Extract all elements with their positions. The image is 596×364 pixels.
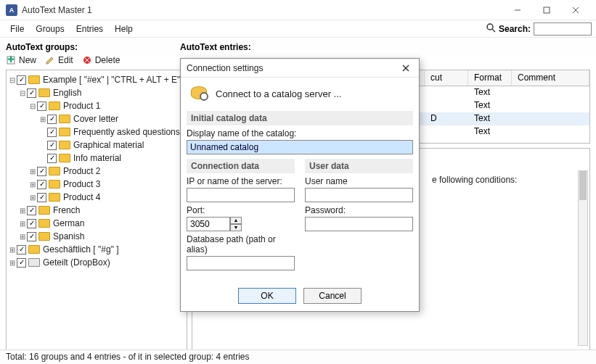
scrollbar-thumb[interactable] — [579, 171, 587, 200]
checkbox[interactable] — [37, 102, 46, 111]
window-title: AutoText Master 1 — [22, 5, 503, 15]
checkbox[interactable] — [47, 115, 57, 124]
ok-button[interactable]: OK — [238, 288, 296, 304]
close-icon[interactable] — [399, 61, 413, 75]
port-input[interactable] — [187, 217, 230, 231]
edit-button[interactable]: Edit — [45, 55, 73, 65]
tree-example[interactable]: Example [ "#ex" | "CTRL + ALT + E" ] — [43, 75, 185, 85]
expand-icon[interactable]: ⊞ — [28, 167, 37, 175]
folder-icon — [49, 180, 60, 189]
expand-icon[interactable]: ⊞ — [28, 181, 37, 189]
checkbox[interactable] — [47, 154, 57, 163]
menu-entries[interactable]: Entries — [70, 22, 109, 36]
folder-icon — [49, 167, 60, 175]
checkbox[interactable] — [47, 141, 57, 150]
folder-icon — [59, 141, 70, 149]
checkbox[interactable] — [17, 75, 26, 85]
menu-groups[interactable]: Groups — [30, 22, 70, 36]
ip-label: IP or name of the server: — [187, 176, 295, 186]
menu-file[interactable]: File — [4, 22, 30, 36]
folder-icon — [59, 154, 70, 162]
expand-icon[interactable]: ⊞ — [18, 220, 27, 228]
tree-product1[interactable]: Product 1 — [63, 101, 100, 111]
checkbox[interactable] — [17, 258, 26, 268]
tree-product3[interactable]: Product 3 — [63, 179, 100, 189]
col-comment[interactable]: Comment — [512, 70, 589, 86]
username-label: User name — [305, 176, 413, 186]
checkbox[interactable] — [17, 245, 26, 255]
tree-product2[interactable]: Product 2 — [63, 166, 100, 176]
checkbox[interactable] — [37, 180, 46, 189]
tree-faq[interactable]: Frequently asked questions — [73, 127, 180, 137]
checkbox[interactable] — [47, 128, 57, 137]
expand-icon[interactable]: ⊟ — [28, 102, 37, 110]
close-button[interactable] — [561, 0, 590, 20]
spin-up-icon[interactable]: ▲ — [230, 217, 242, 224]
menu-help[interactable]: Help — [109, 22, 139, 36]
folder-icon — [49, 193, 60, 202]
folder-icon — [59, 115, 70, 123]
tree-product4[interactable]: Product 4 — [63, 192, 100, 202]
db-path-input[interactable] — [187, 256, 295, 270]
maximize-button[interactable] — [532, 0, 561, 20]
ip-input[interactable] — [187, 188, 295, 202]
search-input[interactable] — [534, 22, 592, 36]
port-stepper[interactable]: ▲▼ — [187, 217, 295, 231]
group-connection: Connection data — [187, 159, 295, 173]
checkbox[interactable] — [27, 88, 36, 98]
tree-german[interactable]: German — [53, 218, 84, 228]
username-input[interactable] — [305, 188, 413, 202]
expand-icon[interactable]: ⊞ — [8, 259, 17, 267]
window-titlebar: A AutoText Master 1 — [0, 0, 596, 20]
tree-geteilt[interactable]: Geteilt (DropBox) — [43, 257, 110, 268]
expand-icon[interactable]: ⊞ — [8, 246, 17, 254]
search-label: Search: — [499, 24, 531, 34]
scrollbar[interactable] — [578, 170, 588, 346]
folder-icon — [38, 232, 50, 241]
expand-icon[interactable]: ⊟ — [8, 76, 17, 84]
checkbox[interactable] — [27, 206, 36, 215]
checkbox[interactable] — [27, 219, 36, 228]
groups-heading: AutoText groups: — [6, 42, 180, 52]
checkbox[interactable] — [37, 167, 46, 176]
status-bar: Total: 16 groups and 4 entries - of it i… — [0, 349, 596, 364]
groups-tree[interactable]: ⊟Example [ "#ex" | "CTRL + ALT + E" ] ⊟E… — [6, 70, 187, 352]
menu-bar: File Groups Entries Help Search: — [0, 20, 596, 38]
expand-icon[interactable]: ⊟ — [18, 89, 27, 97]
cancel-button[interactable]: Cancel — [303, 288, 362, 304]
display-name-input[interactable] — [187, 140, 413, 154]
new-button[interactable]: ✚New — [6, 55, 36, 65]
group-initial-catalog: Initial catalog data — [187, 111, 413, 125]
tree-spanish[interactable]: Spanish — [53, 231, 84, 241]
tree-english[interactable]: English — [53, 88, 81, 98]
tree-french[interactable]: French — [53, 205, 80, 215]
spin-down-icon[interactable]: ▼ — [230, 224, 242, 231]
minimize-button[interactable] — [503, 0, 532, 20]
expand-icon[interactable]: ⊞ — [18, 207, 27, 215]
folder-icon — [59, 128, 70, 136]
col-shortcut[interactable]: cut — [425, 70, 468, 86]
folder-icon — [38, 206, 50, 215]
expand-icon[interactable]: ⊞ — [18, 233, 27, 241]
tree-graph[interactable]: Graphical material — [73, 140, 144, 150]
app-icon: A — [6, 4, 17, 16]
svg-point-4 — [487, 24, 493, 30]
folder-icon — [49, 102, 60, 110]
col-format[interactable]: Format — [468, 70, 512, 86]
delete-button[interactable]: Delete — [82, 55, 121, 65]
tree-info[interactable]: Info material — [73, 153, 121, 163]
expand-icon[interactable]: ⊞ — [28, 194, 37, 202]
checkbox[interactable] — [37, 193, 46, 202]
folder-icon — [28, 245, 40, 254]
group-user: User data — [305, 159, 413, 173]
tree-cover[interactable]: Cover letter — [73, 114, 118, 124]
detail-text-fragment: e following conditions: — [432, 175, 517, 185]
folder-icon — [38, 88, 50, 97]
section-heads: AutoText groups: AutoText entries: — [0, 38, 596, 54]
folder-icon — [28, 258, 40, 267]
svg-line-5 — [492, 29, 495, 32]
expand-icon[interactable]: ⊞ — [38, 115, 47, 123]
tree-geschaeftlich[interactable]: Geschäftlich [ "#g" ] — [43, 244, 119, 255]
checkbox[interactable] — [27, 232, 36, 241]
password-input[interactable] — [305, 217, 413, 231]
